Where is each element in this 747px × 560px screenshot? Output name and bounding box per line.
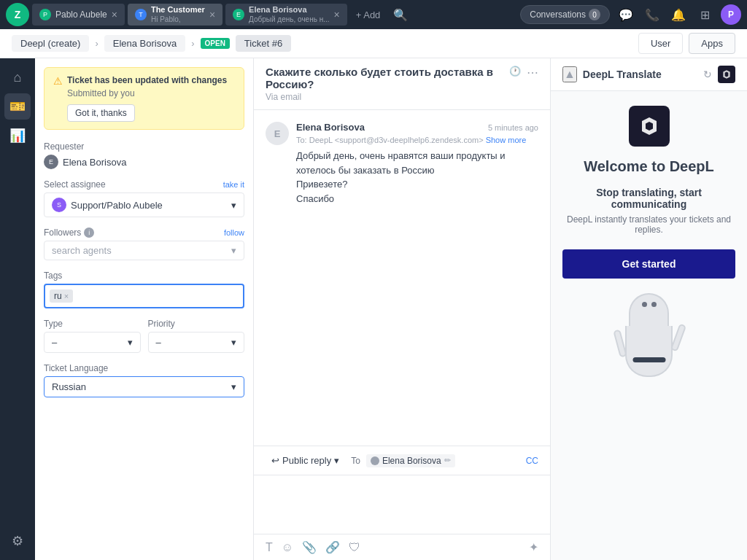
reply-header: ↩ Public reply ▾ To Elena Borisova ✏ CC (254, 446, 550, 475)
type-field: Type – ▾ (44, 319, 141, 353)
logo: Z (6, 3, 29, 26)
ticket-subject: Скажите сколько будет стоить доставка в … (266, 66, 509, 90)
user-avatar[interactable]: P (721, 4, 741, 25)
right-panel: ▲ DeepL Translate ↻ Welcome (550, 58, 747, 560)
refresh-icon[interactable]: ↻ (703, 69, 712, 80)
text-format-icon[interactable]: T (266, 541, 273, 554)
search-button[interactable]: 🔍 (389, 8, 412, 22)
ticket-language-label: Ticket Language (44, 363, 244, 373)
alert-icon: ⚠ (53, 75, 63, 87)
requester-avatar: E (44, 155, 58, 169)
reply-type-button[interactable]: ↩ Public reply ▾ (266, 452, 345, 469)
reply-icon: ↩ (271, 455, 279, 466)
assignee-value: Support/Pablo Aubele (71, 200, 163, 211)
tab-elena-borisova[interactable]: E Elena Borisova Добрый день, очень н...… (225, 4, 347, 26)
tagline-sub: DeepL instantly translates your tickets … (562, 214, 735, 235)
collapse-button[interactable]: ▲ (562, 66, 577, 82)
tab-icon-pablo: P (39, 9, 51, 20)
type-value: – (52, 337, 57, 348)
link-icon[interactable]: 🔗 (325, 540, 340, 554)
type-label: Type (44, 319, 141, 329)
show-more-link[interactable]: Show more (486, 136, 527, 144)
get-started-button[interactable]: Get started (562, 249, 735, 279)
grid-icon[interactable]: ⊞ (694, 4, 715, 25)
nav-settings-icon[interactable]: ⚙ (4, 528, 31, 554)
to-label: To (351, 456, 360, 466)
message-to: To: DeepL <support@d3v-deeplhelp6.zendes… (296, 136, 538, 144)
tab-close-elena[interactable]: × (334, 9, 340, 20)
tab-sublabel-elena: Добрый день, очень н... (249, 15, 329, 24)
right-panel-header: ▲ DeepL Translate ↻ (551, 58, 747, 91)
message-line1: Добрый день, очень нравятся ваши продукт… (296, 149, 538, 177)
assignee-label: Select assignee take it (44, 179, 244, 190)
followers-search[interactable]: search agents ▾ (44, 241, 244, 260)
follow-link[interactable]: follow (224, 228, 244, 237)
nav-home-icon[interactable]: ⌂ (4, 64, 31, 90)
message-content: Elena Borisova 5 minutes ago To: DeepL <… (296, 122, 538, 206)
conversations-button[interactable]: Conversations 0 (520, 5, 610, 24)
message-body: Добрый день, очень нравятся ваши продукт… (296, 149, 538, 206)
reply-area: ↩ Public reply ▾ To Elena Borisova ✏ CC … (254, 446, 550, 560)
tags-label: Tags (44, 271, 244, 281)
tab-sublabel-customer: Hi Pablo, (151, 15, 205, 24)
followers-info-icon[interactable]: i (84, 228, 94, 238)
message-line2: Привезете? (296, 177, 538, 192)
tab-close-customer[interactable]: × (209, 9, 215, 20)
reply-toolbar: T ☺ 📎 🔗 🛡 ✦ (254, 534, 550, 560)
emoji-icon[interactable]: ☺ (282, 541, 293, 554)
tab-label-pablo: Pablo Aubele (55, 9, 107, 20)
priority-chevron-icon: ▾ (231, 337, 236, 348)
tags-input[interactable]: ru × (44, 284, 244, 308)
left-panel: ⚠ Ticket has been updated with changes S… (35, 58, 254, 560)
tag-remove-icon[interactable]: × (64, 292, 69, 300)
message-line3: Спасибо (296, 192, 538, 206)
shield-icon[interactable]: 🛡 (349, 541, 360, 554)
assignee-select[interactable]: S Support/Pablo Aubele ▾ (44, 192, 244, 217)
chat-icon[interactable]: 💬 (616, 4, 636, 25)
more-icon[interactable]: ⋯ (527, 66, 538, 79)
type-select[interactable]: – ▾ (44, 332, 141, 353)
message-header: Elena Borisova 5 minutes ago (296, 122, 538, 133)
attach-icon[interactable]: 📎 (302, 540, 317, 554)
bell-icon[interactable]: 🔔 (668, 4, 689, 25)
recipient-edit-icon[interactable]: ✏ (444, 456, 451, 465)
tab-the-customer[interactable]: T The Customer Hi Pablo, × (128, 4, 222, 26)
tab-close-pablo[interactable]: × (112, 9, 117, 20)
tab-pablo-aubele[interactable]: P Pablo Aubele × (32, 4, 125, 26)
add-tab-button[interactable]: + Add (350, 9, 387, 20)
tab-icon-elena: E (233, 9, 244, 20)
message-avatar: E (266, 122, 289, 145)
requester-field: Requester E Elena Borisova (44, 141, 244, 169)
conversations-label: Conversations (530, 9, 586, 20)
type-priority-row: Type – ▾ Priority – ▾ (44, 319, 244, 363)
priority-field: Priority – ▾ (148, 319, 245, 353)
priority-select[interactable]: – ▾ (148, 332, 245, 353)
deepl-logo-small (718, 66, 735, 83)
user-tab-button[interactable]: User (638, 33, 683, 54)
phone-icon[interactable]: 📞 (642, 4, 662, 25)
cc-button[interactable]: CC (526, 456, 538, 466)
breadcrumb-deepl[interactable]: Deepl (create) (12, 35, 89, 52)
tab-label-customer: The Customer (151, 5, 205, 15)
history-icon[interactable]: 🕐 (509, 66, 521, 79)
robot-illustration (605, 293, 693, 395)
requester-label: Requester (44, 141, 244, 152)
reply-body-input[interactable] (254, 475, 550, 534)
breadcrumb-elena[interactable]: Elena Borisova (104, 35, 185, 52)
ticket-language-chevron-icon: ▾ (231, 381, 236, 392)
breadcrumb-ticket[interactable]: Ticket #6 (236, 35, 291, 52)
requester-value: E Elena Borisova (44, 155, 244, 169)
tags-field: Tags ru × (44, 271, 244, 308)
take-it-link[interactable]: take it (223, 180, 244, 189)
message-item: E Elena Borisova 5 minutes ago To: DeepL… (266, 122, 538, 206)
alert-dismiss-button[interactable]: Got it, thanks (67, 104, 135, 122)
deepl-icon-large (629, 106, 670, 147)
ticket-language-field: Ticket Language Russian ▾ (44, 363, 244, 397)
left-nav: ⌂ 🎫 📊 ⚙ (0, 58, 35, 560)
sparkle-icon[interactable]: ✦ (529, 540, 538, 554)
nav-reports-icon[interactable]: 📊 (4, 122, 31, 149)
nav-tickets-icon[interactable]: 🎫 (4, 93, 31, 120)
ticket-language-select[interactable]: Russian ▾ (44, 376, 244, 397)
apps-tab-button[interactable]: Apps (689, 33, 735, 54)
topbar: Z P Pablo Aubele × T The Customer Hi Pab… (0, 0, 747, 29)
